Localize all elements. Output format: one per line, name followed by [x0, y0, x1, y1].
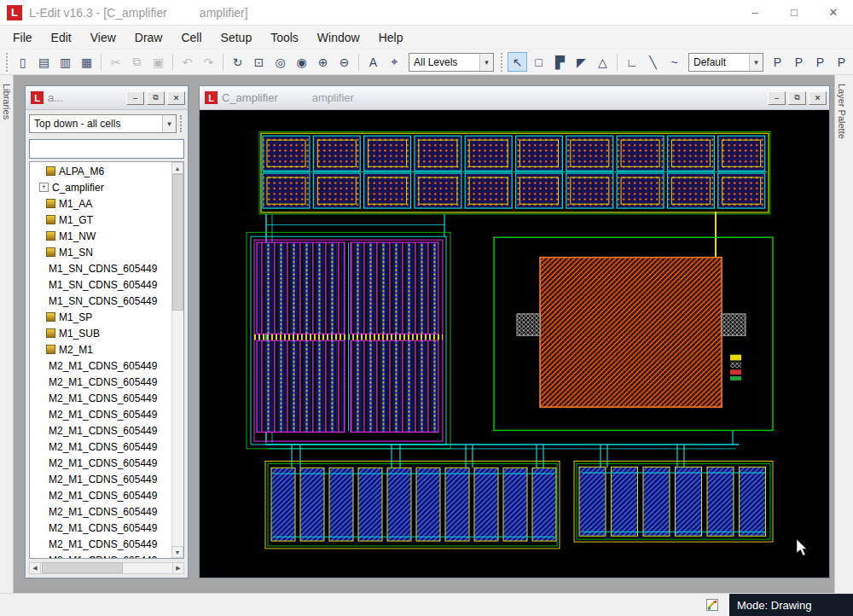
menu-tools[interactable]: Tools: [261, 26, 308, 49]
status-mode-text: Mode: Drawing: [737, 599, 811, 612]
libraries-dock-tab[interactable]: Libraries: [0, 75, 14, 593]
child-close-button[interactable]: ✕: [167, 91, 185, 105]
menu-window[interactable]: Window: [308, 26, 369, 49]
child-close-button[interactable]: ✕: [809, 91, 827, 105]
scroll-up-icon[interactable]: ▲: [171, 162, 183, 174]
chevron-down-icon[interactable]: ▾: [162, 115, 176, 132]
cell-icon: [46, 312, 55, 322]
zoom-cursor-icon[interactable]: ⌖: [385, 52, 404, 72]
tree-item-m1_sub[interactable]: M1_SUB: [30, 325, 171, 341]
scroll-right-icon[interactable]: ▶: [172, 562, 184, 574]
child-minimize-button[interactable]: –: [768, 91, 786, 105]
tree-item-m2_m1_cdns_605449[interactable]: M2_M1_CDNS_605449: [30, 439, 171, 455]
menu-bar: FileEditViewDrawCellSetupToolsWindowHelp: [0, 26, 853, 49]
tree-item-m1_aa[interactable]: M1_AA: [30, 195, 171, 212]
redraw-icon[interactable]: ↻: [228, 52, 247, 72]
layer-palette-dock-label: Layer Palette: [837, 84, 847, 139]
libraries-window-titlebar[interactable]: L a... – ⧉ ✕: [26, 86, 188, 110]
maximize-button[interactable]: □: [775, 0, 814, 25]
menu-file[interactable]: File: [3, 26, 42, 49]
tree-item-m1_sp[interactable]: M1_SP: [30, 309, 171, 325]
cell-search-input[interactable]: [29, 139, 184, 159]
port-box-icon[interactable]: P: [768, 52, 787, 72]
find-icon[interactable]: ◎: [270, 52, 290, 72]
layout-window-titlebar[interactable]: L C_amplifier amplifier – ⧉ ✕: [200, 86, 829, 110]
tree-item-m2_m1_cdns_605449[interactable]: M2_M1_CDNS_605449: [30, 455, 171, 471]
layout-canvas[interactable]: [200, 110, 829, 578]
wire-45-icon[interactable]: ╲: [643, 52, 663, 72]
tree-item-m1_sn[interactable]: M1_SN: [30, 244, 171, 260]
minimize-button[interactable]: –: [735, 0, 775, 25]
open-icon[interactable]: ▤: [34, 52, 54, 72]
menu-setup[interactable]: Setup: [212, 26, 262, 49]
tree-item-m2_m1_cdns_605449[interactable]: M2_M1_CDNS_605449: [30, 487, 171, 503]
tree-item-m1_sn_cdns_605449[interactable]: M1_SN_CDNS_605449: [30, 293, 171, 309]
box-tool-icon[interactable]: □: [529, 52, 548, 72]
print-icon[interactable]: ▦: [77, 52, 96, 72]
port-line-icon[interactable]: P: [810, 52, 830, 72]
tree-item-m1_nw[interactable]: M1_NW: [30, 228, 171, 244]
polygon-45-icon[interactable]: ◤: [572, 52, 591, 72]
tree-item-m2_m1_cdns_605449[interactable]: M2_M1_CDNS_605449: [30, 390, 171, 406]
menu-cell[interactable]: Cell: [171, 26, 211, 49]
tree-item-m2_m1_cdns_605449[interactable]: M2_M1_CDNS_605449: [30, 406, 171, 422]
cell-icon: [46, 345, 55, 354]
tree-vertical-scrollbar[interactable]: ▲ ▼: [171, 162, 183, 558]
copy-icon: ⧉: [127, 52, 147, 72]
wire-any-icon[interactable]: ~: [664, 52, 684, 72]
scroll-down-icon[interactable]: ▼: [171, 546, 183, 558]
new-icon[interactable]: ▯: [13, 52, 32, 72]
find-next-icon[interactable]: ◉: [292, 52, 311, 72]
horizontal-scroll-thumb[interactable]: [42, 562, 123, 573]
panel-grip[interactable]: [180, 115, 184, 132]
tree-item-m1_sn_cdns_605449[interactable]: M1_SN_CDNS_605449: [30, 260, 171, 276]
menu-help[interactable]: Help: [369, 26, 413, 49]
scroll-left-icon[interactable]: ◀: [29, 562, 41, 574]
tree-item-m2_m1_cdns_605449[interactable]: M2_M1_CDNS_605449: [30, 357, 171, 374]
tree-item-m1_sn_cdns_605449[interactable]: M1_SN_CDNS_605449: [30, 276, 171, 293]
chevron-down-icon[interactable]: ▾: [749, 54, 763, 71]
window-title-main: L-Edit v16.3 - [C_amplifier: [29, 6, 167, 20]
layer-palette-dock-tab[interactable]: Layer Palette: [834, 75, 853, 593]
hierarchy-combo-value: Top down - all cells: [30, 118, 162, 130]
polygon-90-icon[interactable]: ▛: [550, 52, 570, 72]
zoom-out-icon[interactable]: ⊖: [334, 52, 354, 72]
tree-item-alpa_m6[interactable]: ALPA_M6: [30, 163, 171, 179]
tree-item-m2_m1_cdns_605449[interactable]: M2_M1_CDNS_605449: [30, 374, 171, 390]
tree-item-c_amplifier[interactable]: +C_amplifier: [30, 179, 171, 195]
port-poly-icon[interactable]: P: [832, 52, 851, 72]
tree-item-m2_m1_cdns_605449[interactable]: M2_M1_CDNS_605449: [30, 503, 171, 520]
close-button[interactable]: ✕: [814, 0, 853, 25]
style-combo[interactable]: Default▾: [688, 53, 763, 72]
tree-item-m2_m1_cdns_605449[interactable]: M2_M1_CDNS_605449: [30, 536, 171, 552]
hierarchy-combo[interactable]: Top down - all cells ▾: [29, 114, 177, 133]
tree-item-label: M1_GT: [59, 214, 93, 226]
tree-item-m2_m1_cdns_605449[interactable]: M2_M1_CDNS_605449: [30, 471, 171, 487]
zoom-in-icon[interactable]: ⊕: [313, 52, 333, 72]
select-arrow-icon[interactable]: ↖: [508, 52, 527, 72]
port-point-icon[interactable]: P: [789, 52, 809, 72]
toolbar-separator: [358, 54, 359, 71]
polygon-any-icon[interactable]: △: [593, 52, 612, 72]
tree-item-m1_gt[interactable]: M1_GT: [30, 212, 171, 228]
tree-item-m2_m1_cdns_605449[interactable]: M2_M1_CDNS_605449: [30, 422, 171, 439]
tree-horizontal-scrollbar[interactable]: ◀ ▶: [29, 562, 184, 574]
levels-combo[interactable]: All Levels▾: [409, 53, 494, 72]
menu-edit[interactable]: Edit: [42, 26, 81, 49]
tree-item-label: M2_M1_CDNS_605449: [49, 506, 157, 518]
find-text-icon[interactable]: A: [363, 52, 383, 72]
expander-plus-icon[interactable]: +: [39, 183, 49, 192]
child-minimize-button[interactable]: –: [126, 91, 144, 105]
wire-90-icon[interactable]: ∟: [622, 52, 641, 72]
vertical-scroll-thumb[interactable]: [172, 174, 183, 311]
tree-item-m2_m1[interactable]: M2_M1: [30, 341, 171, 357]
tree-item-m2_m1_cdns_605449[interactable]: M2_M1_CDNS_605449: [30, 552, 171, 558]
open-library-icon[interactable]: ▥: [55, 52, 75, 72]
zoom-box-icon[interactable]: ⊡: [249, 52, 269, 72]
chevron-down-icon[interactable]: ▾: [479, 54, 493, 71]
menu-draw[interactable]: Draw: [125, 26, 172, 49]
tree-item-m2_m1_cdns_605449[interactable]: M2_M1_CDNS_605449: [30, 520, 171, 536]
menu-view[interactable]: View: [81, 26, 125, 49]
child-restore-button[interactable]: ⧉: [147, 91, 165, 105]
child-restore-button[interactable]: ⧉: [788, 91, 806, 105]
